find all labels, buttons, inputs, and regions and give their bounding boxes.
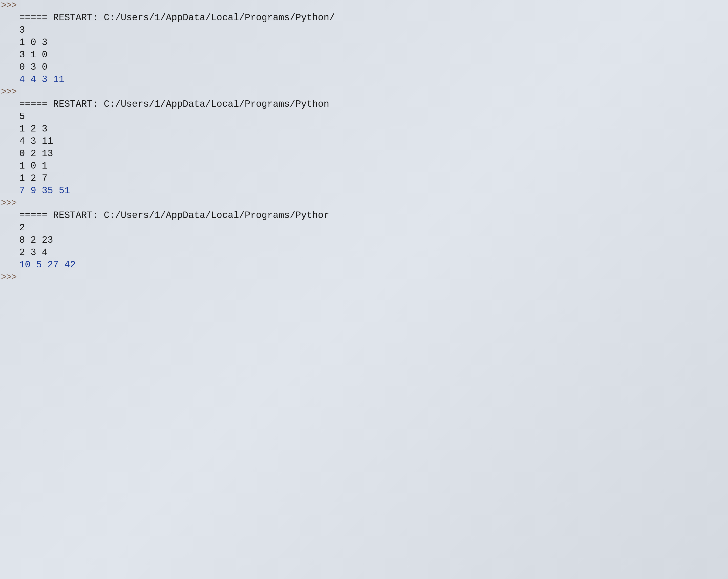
output-line: 8 2 23 — [0, 235, 728, 247]
session-input: 5 — [17, 111, 728, 122]
prompt-line: >>> — [0, 86, 728, 99]
session-input: 1 2 3 — [17, 124, 728, 134]
prompt-symbol: >>> — [1, 0, 16, 10]
session-input: 2 — [17, 222, 728, 233]
output-line: 1 0 1 — [0, 161, 728, 173]
restart-prefix: ===== RESTART: — [19, 12, 104, 23]
prompt-line: >>> — [0, 198, 728, 210]
restart-line: ===== RESTART: C:/Users/1/AppData/Local/… — [0, 210, 728, 222]
restart-prefix: ===== RESTART: — [19, 99, 104, 109]
restart-path: C:/Users/1/AppData/Local/Programs/Python… — [104, 12, 335, 23]
restart-line: ===== RESTART: C:/Users/1/AppData/Local/… — [0, 99, 728, 111]
output-line: 1 0 3 — [0, 37, 728, 49]
output-line: 2 3 4 — [0, 247, 728, 260]
session-input: 8 2 23 — [17, 235, 728, 245]
cursor-icon — [20, 272, 20, 283]
session-result: 10 5 27 42 — [17, 260, 728, 270]
prompt-symbol: >>> — [1, 272, 16, 283]
output-line: 4 3 11 — [0, 136, 728, 148]
output-line: 3 1 0 — [0, 49, 728, 62]
output-line: 5 — [0, 111, 728, 124]
output-line: 10 5 27 42 — [0, 260, 728, 272]
session-input: 1 2 7 — [17, 173, 728, 184]
prompt-symbol: >>> — [1, 198, 16, 208]
session-input: 3 — [17, 25, 728, 35]
output-line: 1 2 7 — [0, 173, 728, 185]
session-result: 7 9 35 51 — [17, 185, 728, 196]
python-shell-output: >>> ===== RESTART: C:/Users/1/AppData/Lo… — [0, 0, 728, 284]
output-line: 4 4 3 11 — [0, 74, 728, 86]
output-line: 0 2 13 — [0, 148, 728, 161]
session-input: 0 3 0 — [17, 62, 728, 72]
output-line: 7 9 35 51 — [0, 185, 728, 198]
session-input: 1 0 1 — [17, 161, 728, 171]
session-input: 1 0 3 — [17, 37, 728, 48]
output-line: 1 2 3 — [0, 124, 728, 136]
output-line: 2 — [0, 222, 728, 235]
prompt-line: >>> — [0, 0, 728, 12]
restart-path: C:/Users/1/AppData/Local/Programs/Pythor — [104, 210, 329, 221]
restart-prefix: ===== RESTART: — [19, 210, 104, 221]
session-input: 3 1 0 — [17, 49, 728, 60]
prompt-symbol: >>> — [1, 86, 16, 97]
output-line: 0 3 0 — [0, 62, 728, 74]
session-input: 4 3 11 — [17, 136, 728, 147]
session-input: 0 2 13 — [17, 148, 728, 159]
restart-path: C:/Users/1/AppData/Local/Programs/Python — [104, 99, 329, 109]
session-result: 4 4 3 11 — [17, 74, 728, 85]
restart-line: ===== RESTART: C:/Users/1/AppData/Local/… — [0, 12, 728, 25]
prompt-line[interactable]: >>> — [0, 272, 728, 284]
session-input: 2 3 4 — [17, 247, 728, 258]
output-line: 3 — [0, 25, 728, 37]
